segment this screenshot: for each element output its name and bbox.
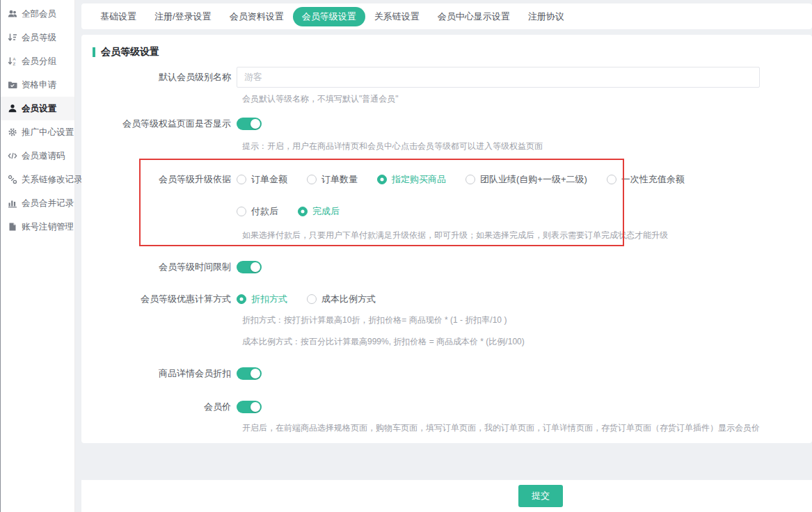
sidebar-item-label: 会员设置 bbox=[22, 103, 56, 115]
default-level-name-label: 默认会员级别名称 bbox=[81, 71, 237, 83]
radio-team-performance[interactable]: 团队业绩(自购+一级+二级) bbox=[465, 173, 587, 186]
file-icon bbox=[8, 222, 17, 232]
gear-icon bbox=[8, 127, 17, 137]
radio-after-completion[interactable]: 完成后 bbox=[298, 205, 340, 218]
upgrade-basis-options: 订单金额 订单数量 指定购买商品 团队业绩(自购+一级+二级) 一次性充值余额 bbox=[237, 173, 812, 186]
cost-ratio-method-help: 成本比例方式：按百分比计算最高999%, 折扣价格 = 商品成本价 * (比例/… bbox=[242, 337, 812, 346]
radio-icon bbox=[607, 175, 616, 184]
toggle-knob bbox=[250, 369, 260, 378]
sidebar-item-label: 会员分组 bbox=[22, 56, 56, 67]
sidebar-item-label: 会员等级 bbox=[22, 32, 56, 44]
tab-basic-settings[interactable]: 基础设置 bbox=[91, 7, 145, 26]
member-price-toggle[interactable] bbox=[237, 401, 262, 413]
discount-calc-options: 折扣方式 成本比例方式 bbox=[237, 293, 812, 305]
discount-calc-label: 会员等级优惠计算方式 bbox=[81, 293, 237, 305]
sort-amount-icon bbox=[8, 33, 17, 42]
sidebar-item-qualification-apply[interactable]: 资格申请 bbox=[1, 73, 74, 97]
toggle-knob bbox=[250, 262, 260, 272]
section-header: 会员等级设置 bbox=[81, 46, 812, 58]
tab-member-center-display-settings[interactable]: 会员中心显示设置 bbox=[429, 7, 519, 26]
sidebar-item-label: 推广中心设置 bbox=[22, 127, 74, 138]
bar-chart-icon bbox=[8, 198, 17, 208]
upgrade-basis-label: 会员等级升级依据 bbox=[81, 173, 237, 186]
section-accent-bar bbox=[93, 47, 95, 57]
sidebar-item-member-merge-log[interactable]: 会员合并记录 bbox=[1, 191, 74, 215]
detail-discount-row: 商品详情会员折扣 bbox=[81, 367, 812, 380]
submit-button[interactable]: 提交 bbox=[518, 485, 563, 507]
radio-icon bbox=[307, 175, 317, 184]
upgrade-basis-section: 会员等级升级依据 订单金额 订单数量 指定购买商品 团队业绩(自购+一级+二级)… bbox=[81, 173, 812, 240]
member-price-help: 开启后，在前端商品选择规格页面，购物车页面，填写订单页面，我的订单页面，订单详情… bbox=[242, 423, 812, 433]
radio-order-amount[interactable]: 订单金额 bbox=[237, 173, 287, 186]
sidebar-item-member-level[interactable]: 会员等级 bbox=[1, 26, 74, 49]
member-price-row: 会员价 bbox=[81, 401, 812, 413]
benefits-page-label: 会员等级权益页面是否显示 bbox=[81, 118, 237, 130]
sidebar-item-label: 账号注销管理 bbox=[22, 221, 74, 233]
toggle-knob bbox=[250, 119, 260, 129]
discount-calc-row: 会员等级优惠计算方式 折扣方式 成本比例方式 bbox=[81, 293, 812, 305]
code-icon bbox=[8, 151, 17, 161]
discount-method-help: 折扣方式：按打折计算最高10折，折扣价格= 商品现价 * (1 - 折扣率/10… bbox=[242, 315, 812, 325]
tab-register-agreement[interactable]: 注册协议 bbox=[519, 7, 573, 26]
radio-icon bbox=[237, 294, 246, 304]
tab-member-profile-settings[interactable]: 会员资料设置 bbox=[221, 7, 293, 26]
radio-cost-ratio-method[interactable]: 成本比例方式 bbox=[307, 293, 376, 305]
folder-check-icon bbox=[8, 80, 17, 90]
time-limit-label: 会员等级时间限制 bbox=[81, 261, 237, 273]
sidebar-item-label: 关系链修改记录 bbox=[22, 174, 83, 186]
sidebar-item-label: 会员邀请码 bbox=[22, 150, 65, 162]
sidebar-item-account-cancellation[interactable]: 账号注销管理 bbox=[1, 215, 74, 239]
section-title: 会员等级设置 bbox=[101, 46, 159, 58]
radio-icon bbox=[465, 175, 475, 184]
upgrade-timing-row: 付款后 完成后 bbox=[81, 205, 812, 218]
sidebar-item-all-members[interactable]: 全部会员 bbox=[1, 2, 74, 26]
radio-icon bbox=[377, 175, 387, 184]
upgrade-basis-help: 如果选择付款后，只要用户下单付款满足升级依据，即可升级；如果选择完成后，则表示需… bbox=[242, 230, 812, 240]
radio-after-payment[interactable]: 付款后 bbox=[237, 205, 278, 218]
member-price-label: 会员价 bbox=[81, 401, 237, 413]
detail-discount-toggle[interactable] bbox=[237, 367, 262, 380]
default-level-name-help: 会员默认等级名称，不填写默认"普通会员" bbox=[242, 94, 812, 104]
radio-icon bbox=[237, 207, 246, 216]
radio-discount-method[interactable]: 折扣方式 bbox=[237, 293, 287, 305]
time-limit-row: 会员等级时间限制 bbox=[81, 261, 812, 273]
app-window: 全部会员 会员等级 AZ 会员分组 资格申请 会员设置 推广中心设置 会员邀请码 bbox=[0, 0, 812, 512]
radio-one-time-recharge[interactable]: 一次性充值余额 bbox=[607, 173, 685, 186]
sort-alpha-icon: AZ bbox=[8, 56, 17, 66]
settings-tabs: 基础设置 注册/登录设置 会员资料设置 会员等级设置 关系链设置 会员中心显示设… bbox=[81, 3, 812, 29]
radio-icon bbox=[237, 175, 246, 184]
upgrade-timing-options: 付款后 完成后 bbox=[237, 205, 812, 218]
sidebar-item-relation-chain-log[interactable]: 关系链修改记录 bbox=[1, 168, 74, 191]
sidebar: 全部会员 会员等级 AZ 会员分组 资格申请 会员设置 推广中心设置 会员邀请码 bbox=[1, 0, 75, 512]
users-icon bbox=[8, 9, 17, 19]
svg-text:A: A bbox=[13, 57, 16, 61]
benefits-page-row: 会员等级权益页面是否显示 bbox=[81, 118, 812, 130]
radio-specified-goods[interactable]: 指定购买商品 bbox=[377, 173, 446, 186]
radio-order-count[interactable]: 订单数量 bbox=[307, 173, 358, 186]
sidebar-item-label: 资格申请 bbox=[22, 79, 56, 91]
main-area: 基础设置 注册/登录设置 会员资料设置 会员等级设置 关系链设置 会员中心显示设… bbox=[75, 0, 812, 512]
sidebar-item-member-settings[interactable]: 会员设置 bbox=[1, 97, 74, 120]
default-level-name-row: 默认会员级别名称 bbox=[81, 67, 812, 88]
detail-discount-label: 商品详情会员折扣 bbox=[81, 367, 237, 380]
radio-icon bbox=[298, 207, 308, 216]
sidebar-item-promotion-center-settings[interactable]: 推广中心设置 bbox=[1, 120, 74, 144]
sidebar-item-member-invite-code[interactable]: 会员邀请码 bbox=[1, 144, 74, 168]
link-icon bbox=[8, 175, 17, 184]
radio-icon bbox=[307, 294, 317, 304]
tab-relation-chain-settings[interactable]: 关系链设置 bbox=[365, 7, 429, 26]
background-gap bbox=[81, 443, 812, 480]
tab-member-level-settings[interactable]: 会员等级设置 bbox=[293, 7, 365, 26]
footer-bar: 提交 bbox=[81, 480, 812, 512]
svg-text:Z: Z bbox=[13, 62, 16, 66]
sidebar-item-label: 会员合并记录 bbox=[22, 198, 74, 209]
sidebar-item-member-group[interactable]: AZ 会员分组 bbox=[1, 49, 74, 73]
benefits-page-toggle[interactable] bbox=[237, 118, 262, 130]
sidebar-item-label: 全部会员 bbox=[22, 8, 56, 20]
member-level-settings-panel: 会员等级设置 默认会员级别名称 会员默认等级名称，不填写默认"普通会员" 会员等… bbox=[81, 35, 812, 443]
default-level-name-input[interactable] bbox=[237, 67, 760, 88]
time-limit-toggle[interactable] bbox=[237, 261, 262, 273]
benefits-page-help: 提示：开启，用户在商品详情页和会员中心点击会员等级都可以进入等级权益页面 bbox=[242, 141, 812, 151]
tab-register-login-settings[interactable]: 注册/登录设置 bbox=[145, 7, 221, 26]
user-icon bbox=[8, 104, 17, 113]
